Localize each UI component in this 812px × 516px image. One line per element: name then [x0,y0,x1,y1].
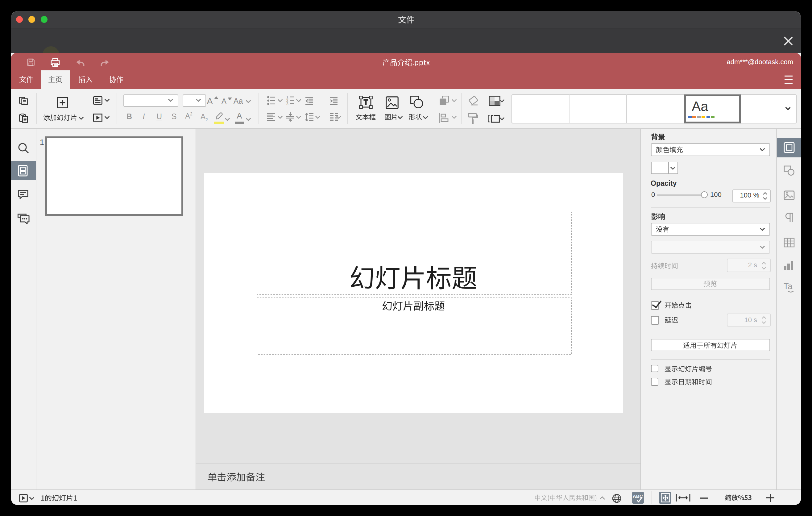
svg-text:Ta: Ta [783,282,792,291]
svg-text:3: 3 [286,102,288,105]
